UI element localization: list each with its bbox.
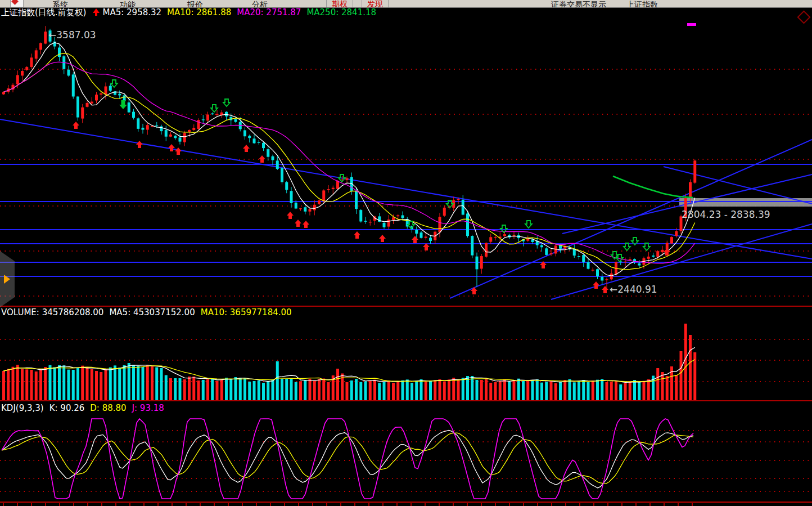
indicator-value: K: 90.26 [49,403,85,413]
indicator-value: MA250: 2841.18 [306,7,376,17]
x-axis-ticks[interactable] [0,503,812,506]
app-window: 证券交易不显示 上证指数 系统功能报价分析期权发现 上证指数(日线.前复权)MA… [0,0,812,506]
indicator-value: KDJ(9,3,3) [1,403,44,413]
up-arrow-icon [93,8,100,16]
status-text-trading: 证券交易不显示 [551,0,606,8]
indicator-value: VOLUME: 345786208.00 [1,307,103,317]
menu-item-3[interactable]: 分析 [252,0,268,8]
menu-item-boxed-1[interactable]: 发现 [362,0,389,8]
instrument-title: 上证指数(日线.前复权) [1,7,86,17]
indicator-value: MA10: 2861.88 [167,7,231,17]
volume-ma-lines [4,347,695,382]
menu-bar: 证券交易不显示 上证指数 系统功能报价分析期权发现 [0,0,812,8]
peak-price-label: ←3587.03 [48,29,96,41]
price-range-label: 2804.23 - 2838.39 [682,209,770,220]
low-price-label: ←2440.91 [610,284,657,295]
status-text-symbol: 上证指数 [626,0,658,8]
menu-row: 证券交易不显示 上证指数 系统功能报价分析期权发现 [0,0,812,7]
ma-values: MA5: 2958.32MA10: 2861.88MA20: 2751.87MA… [102,7,382,17]
ma250-line [613,176,693,198]
indicator-value: MA10: 365977184.00 [201,307,292,317]
menu-item-2[interactable]: 报价 [187,0,203,8]
expand-arrow-icon [4,275,10,284]
app-logo-icon[interactable] [10,0,24,7]
indicator-value: D: 88.80 [90,403,126,413]
price-band[interactable] [679,198,812,207]
menu-item-1[interactable]: 功能 [120,0,136,8]
indicator-value: MA5: 2958.32 [102,7,161,17]
indicator-value: J: 93.18 [132,403,164,413]
drawing-mark [687,23,696,26]
main-chart-header: 上证指数(日线.前复权)MA5: 2958.32MA10: 2861.88MA2… [1,7,382,18]
indicator-value: MA20: 2751.87 [237,7,301,17]
volume-header: VOLUME: 345786208.00MA5: 453037152.00MA1… [1,307,297,317]
indicator-value: MA5: 453037152.00 [109,307,195,317]
main-grid [0,69,812,491]
kdj-header: KDJ(9,3,3)K: 90.26D: 88.80J: 93.18 [1,403,170,413]
volume-bars [2,324,696,400]
menu-item-boxed-0[interactable]: 期权 [326,0,353,8]
chart-canvas [0,0,812,506]
menu-item-0[interactable]: 系统 [52,0,68,8]
